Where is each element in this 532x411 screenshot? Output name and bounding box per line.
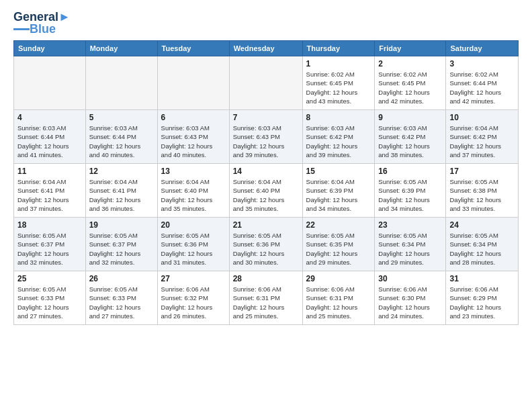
day-cell: 7Sunrise: 6:03 AM Sunset: 6:43 PM Daylig…: [229, 110, 302, 164]
day-info: Sunrise: 6:02 AM Sunset: 6:44 PM Dayligh…: [449, 70, 515, 105]
weekday-header-sunday: Sunday: [14, 41, 86, 56]
day-number: 5: [89, 113, 154, 122]
logo-text: General►: [13, 11, 71, 23]
day-number: 31: [449, 274, 515, 283]
day-cell: 3Sunrise: 6:02 AM Sunset: 6:44 PM Daylig…: [446, 56, 519, 110]
day-cell: 30Sunrise: 6:06 AM Sunset: 6:30 PM Dayli…: [375, 271, 446, 325]
day-cell: 22Sunrise: 6:05 AM Sunset: 6:35 PM Dayli…: [302, 218, 375, 271]
day-number: 12: [89, 167, 154, 176]
day-cell: 8Sunrise: 6:03 AM Sunset: 6:42 PM Daylig…: [302, 110, 375, 164]
day-info: Sunrise: 6:03 AM Sunset: 6:42 PM Dayligh…: [306, 124, 371, 159]
day-info: Sunrise: 6:03 AM Sunset: 6:44 PM Dayligh…: [89, 124, 154, 159]
day-info: Sunrise: 6:05 AM Sunset: 6:36 PM Dayligh…: [233, 231, 299, 267]
week-row-2: 4Sunrise: 6:03 AM Sunset: 6:44 PM Daylig…: [14, 110, 519, 164]
day-info: Sunrise: 6:06 AM Sunset: 6:29 PM Dayligh…: [449, 285, 515, 320]
weekday-header-friday: Friday: [375, 41, 446, 56]
day-number: 16: [378, 167, 442, 176]
day-number: 17: [449, 167, 515, 176]
day-info: Sunrise: 6:06 AM Sunset: 6:30 PM Dayligh…: [378, 285, 442, 320]
day-number: 10: [449, 113, 515, 122]
day-info: Sunrise: 6:04 AM Sunset: 6:40 PM Dayligh…: [233, 177, 299, 213]
weekday-header-thursday: Thursday: [302, 41, 375, 56]
day-info: Sunrise: 6:05 AM Sunset: 6:36 PM Dayligh…: [161, 231, 226, 267]
day-number: 25: [17, 274, 82, 283]
day-cell: 17Sunrise: 6:05 AM Sunset: 6:38 PM Dayli…: [446, 164, 519, 218]
day-info: Sunrise: 6:05 AM Sunset: 6:37 PM Dayligh…: [89, 231, 154, 267]
day-cell: 19Sunrise: 6:05 AM Sunset: 6:37 PM Dayli…: [85, 218, 157, 271]
day-number: 11: [17, 167, 82, 176]
day-cell: 14Sunrise: 6:04 AM Sunset: 6:40 PM Dayli…: [229, 164, 302, 218]
day-cell: [229, 56, 302, 110]
day-info: Sunrise: 6:05 AM Sunset: 6:34 PM Dayligh…: [449, 231, 515, 267]
day-info: Sunrise: 6:06 AM Sunset: 6:31 PM Dayligh…: [233, 285, 299, 320]
day-cell: 9Sunrise: 6:03 AM Sunset: 6:42 PM Daylig…: [375, 110, 446, 164]
day-cell: 15Sunrise: 6:04 AM Sunset: 6:39 PM Dayli…: [302, 164, 375, 218]
logo-blue: Blue: [30, 23, 56, 35]
day-cell: 28Sunrise: 6:06 AM Sunset: 6:31 PM Dayli…: [229, 271, 302, 325]
day-number: 3: [449, 59, 515, 68]
day-number: 24: [449, 220, 515, 230]
day-info: Sunrise: 6:04 AM Sunset: 6:41 PM Dayligh…: [89, 177, 154, 213]
weekday-header-row: SundayMondayTuesdayWednesdayThursdayFrid…: [14, 41, 519, 56]
day-info: Sunrise: 6:05 AM Sunset: 6:38 PM Dayligh…: [449, 177, 515, 213]
day-cell: 4Sunrise: 6:03 AM Sunset: 6:44 PM Daylig…: [14, 110, 86, 164]
day-info: Sunrise: 6:03 AM Sunset: 6:43 PM Dayligh…: [161, 124, 226, 159]
day-number: 19: [89, 220, 154, 230]
day-cell: 16Sunrise: 6:05 AM Sunset: 6:39 PM Dayli…: [375, 164, 446, 218]
day-number: 8: [306, 113, 371, 122]
day-number: 14: [233, 167, 299, 176]
day-info: Sunrise: 6:05 AM Sunset: 6:34 PM Dayligh…: [378, 231, 442, 267]
calendar-page: General► Blue SundayMondayTuesdayWednesd…: [0, 0, 532, 336]
day-cell: 29Sunrise: 6:06 AM Sunset: 6:31 PM Dayli…: [302, 271, 375, 325]
day-info: Sunrise: 6:03 AM Sunset: 6:43 PM Dayligh…: [233, 124, 299, 159]
day-number: 15: [306, 167, 371, 176]
day-info: Sunrise: 6:04 AM Sunset: 6:40 PM Dayligh…: [161, 177, 226, 213]
day-cell: 20Sunrise: 6:05 AM Sunset: 6:36 PM Dayli…: [157, 218, 229, 271]
day-info: Sunrise: 6:02 AM Sunset: 6:45 PM Dayligh…: [306, 70, 371, 105]
day-cell: [14, 56, 86, 110]
day-cell: 26Sunrise: 6:05 AM Sunset: 6:33 PM Dayli…: [85, 271, 157, 325]
day-info: Sunrise: 6:05 AM Sunset: 6:37 PM Dayligh…: [17, 231, 82, 267]
week-row-1: 1Sunrise: 6:02 AM Sunset: 6:45 PM Daylig…: [14, 56, 519, 110]
day-number: 2: [378, 59, 442, 68]
header: General► Blue: [13, 11, 519, 35]
day-info: Sunrise: 6:03 AM Sunset: 6:44 PM Dayligh…: [17, 124, 82, 159]
day-number: 4: [17, 113, 82, 122]
day-cell: 21Sunrise: 6:05 AM Sunset: 6:36 PM Dayli…: [229, 218, 302, 271]
day-cell: 10Sunrise: 6:04 AM Sunset: 6:42 PM Dayli…: [446, 110, 519, 164]
day-number: 18: [17, 220, 82, 230]
day-cell: 5Sunrise: 6:03 AM Sunset: 6:44 PM Daylig…: [85, 110, 157, 164]
day-cell: 23Sunrise: 6:05 AM Sunset: 6:34 PM Dayli…: [375, 218, 446, 271]
day-number: 27: [161, 274, 226, 283]
day-number: 9: [378, 113, 442, 122]
day-info: Sunrise: 6:05 AM Sunset: 6:33 PM Dayligh…: [89, 285, 154, 320]
week-row-3: 11Sunrise: 6:04 AM Sunset: 6:41 PM Dayli…: [14, 164, 519, 218]
day-number: 30: [378, 274, 442, 283]
day-number: 21: [233, 220, 299, 230]
day-info: Sunrise: 6:02 AM Sunset: 6:45 PM Dayligh…: [378, 70, 442, 105]
day-info: Sunrise: 6:05 AM Sunset: 6:35 PM Dayligh…: [306, 231, 371, 267]
day-cell: 24Sunrise: 6:05 AM Sunset: 6:34 PM Dayli…: [446, 218, 519, 271]
weekday-header-monday: Monday: [85, 41, 157, 56]
day-number: 7: [233, 113, 299, 122]
day-cell: [157, 56, 229, 110]
day-info: Sunrise: 6:06 AM Sunset: 6:32 PM Dayligh…: [161, 285, 226, 320]
weekday-header-tuesday: Tuesday: [157, 41, 229, 56]
calendar-table: SundayMondayTuesdayWednesdayThursdayFrid…: [13, 40, 519, 325]
day-cell: [85, 56, 157, 110]
day-info: Sunrise: 6:04 AM Sunset: 6:39 PM Dayligh…: [306, 177, 371, 213]
day-cell: 25Sunrise: 6:05 AM Sunset: 6:33 PM Dayli…: [14, 271, 86, 325]
week-row-4: 18Sunrise: 6:05 AM Sunset: 6:37 PM Dayli…: [14, 218, 519, 271]
weekday-header-wednesday: Wednesday: [229, 41, 302, 56]
day-info: Sunrise: 6:04 AM Sunset: 6:41 PM Dayligh…: [17, 177, 82, 213]
day-info: Sunrise: 6:05 AM Sunset: 6:33 PM Dayligh…: [17, 285, 82, 320]
day-cell: 12Sunrise: 6:04 AM Sunset: 6:41 PM Dayli…: [85, 164, 157, 218]
day-number: 28: [233, 274, 299, 283]
day-cell: 13Sunrise: 6:04 AM Sunset: 6:40 PM Dayli…: [157, 164, 229, 218]
day-number: 23: [378, 220, 442, 230]
day-cell: 18Sunrise: 6:05 AM Sunset: 6:37 PM Dayli…: [14, 218, 86, 271]
day-cell: 2Sunrise: 6:02 AM Sunset: 6:45 PM Daylig…: [375, 56, 446, 110]
day-cell: 1Sunrise: 6:02 AM Sunset: 6:45 PM Daylig…: [302, 56, 375, 110]
day-cell: 6Sunrise: 6:03 AM Sunset: 6:43 PM Daylig…: [157, 110, 229, 164]
day-info: Sunrise: 6:03 AM Sunset: 6:42 PM Dayligh…: [378, 124, 442, 159]
